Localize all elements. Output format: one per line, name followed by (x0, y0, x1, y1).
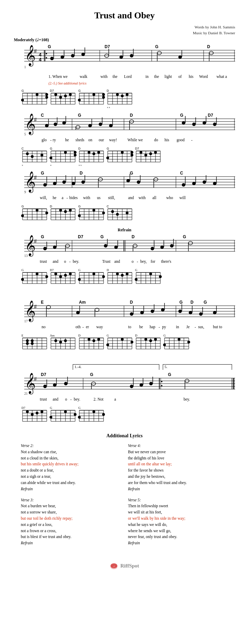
svg-point-527 (88, 338, 90, 341)
svg-point-638 (64, 410, 67, 413)
svg-point-11 (46, 53, 47, 54)
svg-text:#: # (34, 117, 37, 123)
svg-point-470 (140, 311, 144, 314)
svg-text:G: G (50, 406, 52, 410)
svg-text:D: D (78, 147, 81, 150)
svg-text:4: 4 (39, 57, 42, 62)
svg-point-442 (149, 272, 152, 275)
svg-point-362 (160, 245, 164, 249)
chord-diagrams-4: G D7 (14, 268, 235, 288)
svg-point-208 (106, 156, 109, 159)
svg-point-624 (31, 413, 34, 416)
svg-text:G: G (100, 234, 104, 239)
system-1: Moderately (♩=108) 𝄞 # 4 4 (14, 37, 235, 109)
svg-point-193 (92, 152, 95, 155)
verse-3-line-3: but our toil he doth richly repay; (21, 516, 121, 522)
svg-text:G: G (41, 171, 44, 176)
svg-text:o: o (50, 164, 52, 167)
system-5: 𝄞 # 17 E Am D G D G (14, 299, 235, 354)
svg-point-256 (126, 179, 130, 182)
svg-point-55 (36, 93, 38, 96)
svg-text:x x: x x (79, 164, 82, 167)
verse-4-refrain: Refrain (128, 486, 229, 492)
staff-svg-6: 𝄞 # 21 D7 G G (14, 371, 235, 397)
svg-point-557 (144, 338, 147, 341)
chord-diagrams-6: D7 G (14, 405, 235, 426)
svg-text:D: D (207, 44, 210, 49)
svg-point-248 (62, 180, 66, 184)
svg-point-145 (213, 123, 216, 126)
svg-point-224 (140, 151, 142, 154)
svg-text:C: C (107, 205, 109, 208)
svg-point-299 (69, 209, 72, 212)
svg-text:D7: D7 (135, 147, 139, 150)
svg-text:#: # (34, 376, 37, 382)
svg-text:Am: Am (50, 334, 55, 337)
lyric-11: Word (199, 74, 208, 79)
lyric-4: the (113, 74, 117, 79)
svg-point-225 (149, 152, 152, 155)
svg-text:13: 13 (24, 254, 28, 258)
svg-point-412 (92, 272, 95, 275)
svg-point-73 (59, 96, 62, 99)
svg-point-558 (149, 339, 152, 342)
svg-text:1: 1 (24, 65, 26, 69)
svg-point-135 (109, 124, 113, 127)
svg-text:Am: Am (79, 300, 86, 305)
system-4: Refrain 𝄞 # 13 G D7 G D G (14, 227, 235, 288)
svg-point-176 (64, 151, 67, 154)
svg-point-441 (135, 278, 137, 281)
svg-text:G: G (21, 89, 24, 92)
svg-point-496 (26, 339, 29, 342)
svg-point-480 (199, 312, 203, 316)
lyrics-columns: Verse 2: Not a shadow can rise, not a cl… (21, 443, 228, 551)
lyrics-row-4: trust and o - bey. Trust and o - bey, fo… (14, 259, 235, 266)
svg-point-623 (41, 410, 43, 413)
svg-text:G: G (21, 268, 24, 272)
svg-point-160 (31, 155, 34, 158)
svg-point-621 (26, 410, 29, 413)
svg-point-348 (43, 247, 47, 250)
lyrics-row-5: no oth - er way to be hap - py in Je - s… (14, 325, 235, 332)
svg-text:G: G (78, 113, 81, 118)
svg-text:D: D (130, 300, 133, 305)
svg-point-209 (121, 151, 124, 154)
svg-point-364 (170, 244, 174, 248)
verse-3-refrain: Refrain (21, 540, 121, 546)
verse-3-line-2: not a sorrow we share, (21, 509, 121, 516)
svg-text:G: G (168, 372, 171, 377)
riffspot-logo-icon: ♪ (110, 562, 118, 570)
svg-point-227 (144, 154, 147, 156)
svg-point-72 (69, 93, 72, 96)
system-6: 1.-4. 5. 𝄞 # 21 D7 G G (14, 364, 235, 426)
svg-point-266 (203, 180, 206, 184)
svg-text:#: # (34, 238, 37, 244)
lyrics-row-6: trust and o - bey. 2. Not a bey. (14, 397, 235, 404)
staff-svg-5: 𝄞 # 17 E Am D G D G (14, 299, 235, 325)
svg-point-597 (64, 382, 68, 385)
svg-point-250 (72, 182, 75, 185)
svg-point-71 (64, 95, 67, 97)
verse-4-line-2: the delights of his love (128, 455, 229, 462)
svg-point-177 (74, 151, 77, 154)
svg-point-328 (116, 213, 119, 216)
svg-text:D7: D7 (41, 372, 46, 377)
svg-text:#: # (34, 175, 37, 180)
lyric-3: with (100, 74, 107, 79)
svg-point-314 (102, 212, 105, 214)
lyric-12: what a (216, 74, 227, 79)
svg-point-211 (131, 154, 133, 156)
svg-text:G: G (21, 205, 24, 208)
svg-point-350 (53, 245, 56, 249)
svg-point-544 (131, 341, 133, 343)
svg-point-482 (213, 311, 216, 314)
svg-point-159 (26, 152, 29, 155)
svg-text:G: G (48, 44, 51, 49)
svg-text:C: C (21, 147, 24, 150)
verse-3-line-4: not a grief or a loss, (21, 522, 121, 528)
svg-point-226 (154, 151, 157, 154)
svg-point-512 (54, 339, 57, 342)
svg-point-244 (43, 183, 47, 187)
refrain-label: Refrain (14, 227, 235, 233)
svg-point-413 (102, 275, 105, 278)
